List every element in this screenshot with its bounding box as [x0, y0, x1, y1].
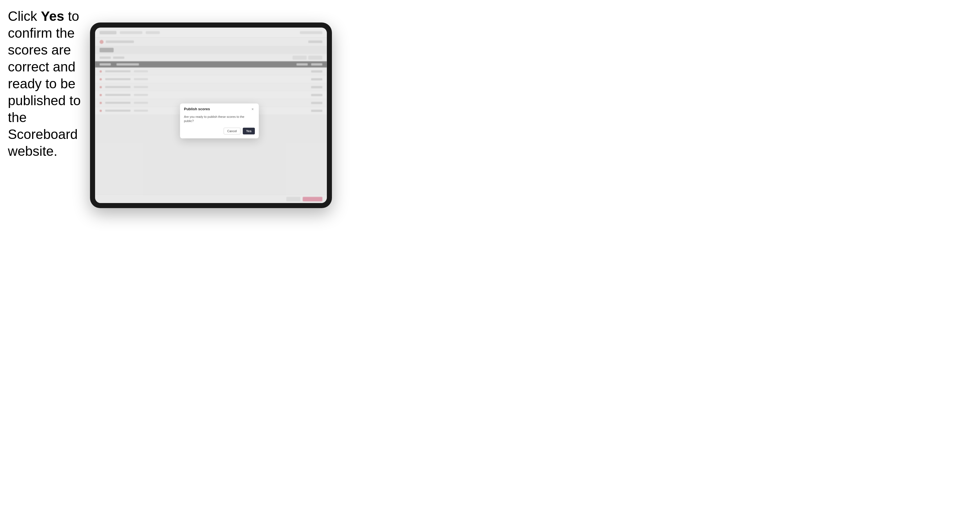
- instruction-text-part1: Click: [8, 9, 41, 24]
- tablet-screen: Publish scores × Are you ready to publis…: [95, 27, 327, 203]
- modal-close-button[interactable]: ×: [250, 107, 255, 111]
- instruction-text-part2: to confirm the scores are correct and re…: [8, 9, 81, 159]
- tablet-device: Publish scores × Are you ready to publis…: [90, 22, 332, 208]
- modal-header: Publish scores ×: [180, 103, 259, 114]
- instruction-text: Click Yes to confirm the scores are corr…: [8, 8, 89, 160]
- modal-actions: Cancel Yes: [184, 128, 255, 135]
- modal-title: Publish scores: [184, 107, 210, 111]
- publish-scores-modal: Publish scores × Are you ready to publis…: [180, 103, 259, 139]
- instruction-bold: Yes: [41, 9, 64, 24]
- modal-overlay: Publish scores × Are you ready to publis…: [95, 27, 327, 203]
- cancel-button[interactable]: Cancel: [224, 128, 240, 135]
- yes-button[interactable]: Yes: [243, 128, 255, 135]
- modal-body: Are you ready to publish these scores to…: [180, 114, 259, 139]
- modal-message: Are you ready to publish these scores to…: [184, 115, 255, 124]
